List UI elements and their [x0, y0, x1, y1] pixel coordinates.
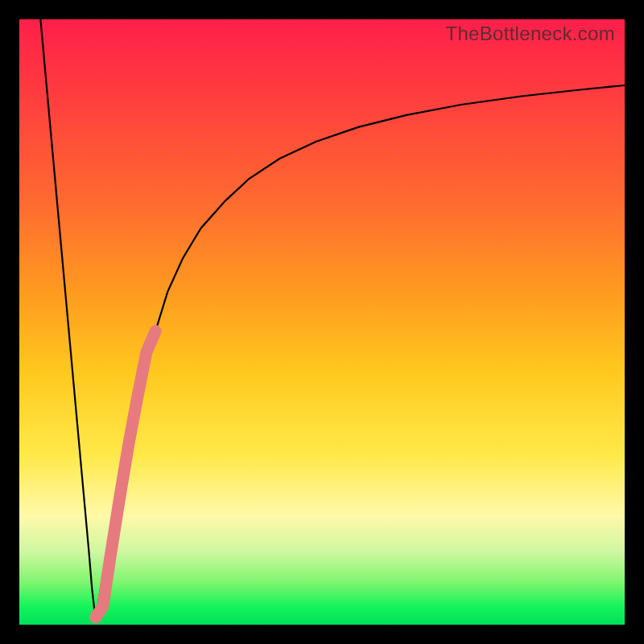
series-right-branch [96, 85, 625, 620]
series-highlight-stroke [96, 331, 155, 617]
series-left-branch [40, 19, 95, 620]
chart-outer-frame: TheBottleneck.com [0, 0, 644, 644]
chart-lines-layer [19, 19, 625, 625]
chart-plot-area: TheBottleneck.com [19, 19, 625, 625]
